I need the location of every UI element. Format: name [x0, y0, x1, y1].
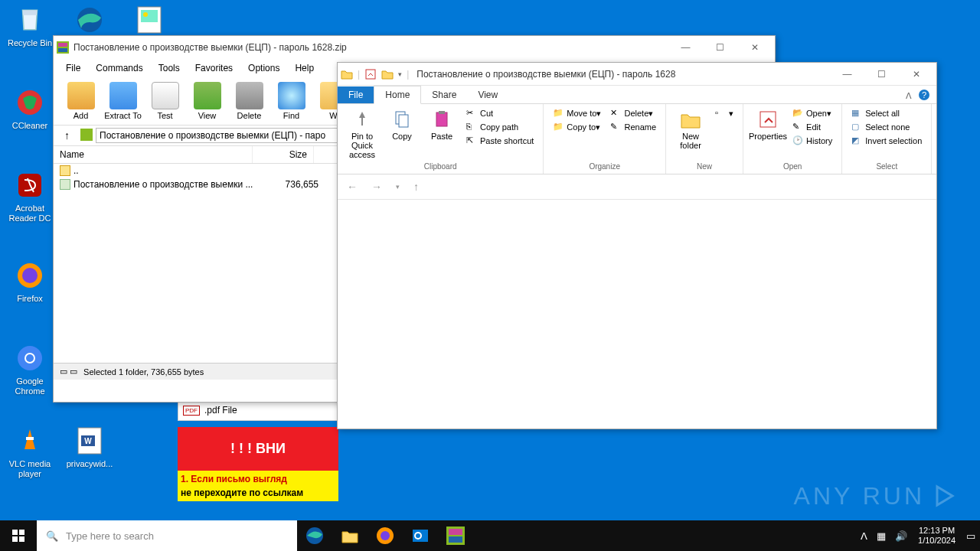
tab-view[interactable]: View [467, 86, 508, 103]
taskbar-explorer[interactable] [332, 520, 368, 551]
desktop-icon-acrobat[interactable]: Acrobat Reader DC [2, 170, 58, 223]
close-button[interactable]: ✕ [737, 37, 772, 59]
tab-home[interactable]: Home [374, 86, 421, 104]
desktop-icon-chrome[interactable]: Google Chrome [2, 343, 58, 396]
tab-file[interactable]: File [338, 86, 374, 103]
svg-point-36 [416, 533, 420, 538]
new-item-button[interactable]: ▫▾ [712, 107, 737, 119]
back-button[interactable]: ← [344, 179, 361, 194]
warning-line-1: 1. Если письмо выгляд [178, 471, 338, 487]
help-icon[interactable]: ? [918, 89, 930, 103]
tool-extract[interactable]: Extract To [102, 80, 144, 122]
chevron-down-icon[interactable]: ▾ [398, 70, 402, 78]
winrar-icon [57, 41, 69, 54]
desktop-icon-word-file[interactable]: W privacywid... [61, 425, 118, 469]
tool-test[interactable]: Test [144, 80, 186, 122]
rename-icon: ✎ [610, 122, 621, 132]
search-input[interactable]: 🔍 Type here to search [37, 520, 297, 551]
moveto-button[interactable]: 📁Move to ▾ [550, 107, 604, 119]
svg-rect-23 [399, 115, 408, 127]
open-icon: 📂 [792, 108, 803, 119]
menu-file[interactable]: File [58, 60, 88, 76]
svg-point-3 [22, 268, 38, 283]
delete-icon: ✕ [610, 108, 621, 119]
explorer-titlebar[interactable]: | ▾ | Постановление о производстве выемк… [338, 63, 936, 86]
desktop-icon-firefox[interactable]: Firefox [2, 260, 58, 304]
minimize-button[interactable]: — [668, 37, 703, 59]
winrar-titlebar[interactable]: Постановление о производстве выемки (ЕЦП… [54, 36, 775, 59]
tab-share[interactable]: Share [421, 86, 467, 103]
tool-add[interactable]: Add [60, 80, 102, 122]
tray-notifications-icon[interactable]: ▭ [962, 530, 980, 542]
maximize-button[interactable]: ☐ [864, 63, 899, 85]
col-size[interactable]: Size [253, 146, 314, 163]
folder-icon[interactable] [381, 68, 394, 80]
explorer-navbar: ← → ▾ ↑ [338, 174, 936, 200]
copy-button[interactable]: Copy [384, 107, 420, 142]
desktop-icon-vlc[interactable]: VLC media player [2, 425, 58, 479]
desktop-icon-ccleaner[interactable]: CCleaner [2, 87, 58, 131]
svg-rect-30 [19, 536, 24, 542]
invert-selection-button[interactable]: ◩Invert selection [848, 135, 925, 147]
attachment-pdf[interactable]: PDF .pdf File [178, 399, 338, 421]
recent-dropdown[interactable]: ▾ [393, 181, 403, 192]
menu-tools[interactable]: Tools [151, 60, 188, 76]
tool-view[interactable]: View [186, 80, 228, 122]
drive-icon: ▭ ▭ [60, 367, 77, 377]
svg-text:?: ? [922, 90, 926, 99]
delete-button[interactable]: ✕Delete ▾ [607, 107, 659, 119]
start-button[interactable] [0, 520, 37, 551]
svg-text:W: W [84, 437, 92, 445]
system-tray: ᐱ ▦ 🔊 12:13 PM 1/10/2024 ▭ [856, 526, 980, 546]
up-button[interactable]: ↑ [410, 179, 422, 194]
copypath-icon: ⎘ [466, 122, 477, 132]
select-none-button[interactable]: ▢Select none [848, 121, 925, 133]
edit-button[interactable]: ✎Edit [789, 121, 835, 133]
paste-button[interactable]: Paste [423, 107, 460, 142]
tray-volume-icon[interactable]: 🔊 [890, 530, 912, 542]
copypath-button[interactable]: ⎘Copy path [463, 121, 537, 133]
up-button[interactable]: ↑ [60, 128, 74, 143]
svg-rect-28 [19, 530, 24, 535]
invert-icon: ◩ [851, 135, 862, 146]
col-name[interactable]: Name [54, 146, 253, 163]
menu-help[interactable]: Help [287, 60, 322, 76]
properties-icon[interactable] [364, 68, 377, 80]
menu-options[interactable]: Options [240, 60, 287, 76]
tool-delete[interactable]: Delete [228, 80, 270, 122]
menu-commands[interactable]: Commands [88, 60, 150, 76]
tray-chevron-icon[interactable]: ᐱ [856, 530, 872, 542]
desktop-icon-image-file[interactable] [121, 5, 178, 38]
cut-button[interactable]: ✂Cut [463, 107, 537, 119]
svg-rect-38 [449, 529, 462, 535]
new-folder-button[interactable]: New folder [672, 107, 709, 152]
pin-quick-access-button[interactable]: Pin to Quick access [344, 107, 381, 161]
minimize-button[interactable]: — [830, 63, 864, 85]
tray-network-icon[interactable]: ▦ [872, 530, 890, 542]
tool-find[interactable]: Find [270, 80, 312, 122]
taskbar-firefox[interactable] [368, 520, 403, 551]
shortcut-icon: ⇱ [466, 135, 477, 146]
history-button[interactable]: 🕑History [789, 135, 835, 147]
select-all-button[interactable]: ▦Select all [848, 107, 925, 119]
paste-shortcut-button[interactable]: ⇱Paste shortcut [463, 135, 537, 147]
ribbon-tabs: File Home Share View ᐱ ? [338, 86, 936, 104]
svg-rect-18 [80, 129, 93, 141]
desktop-icon-edge[interactable] [61, 5, 118, 38]
taskbar-outlook[interactable] [403, 520, 438, 551]
desktop-icon-recycle-bin[interactable]: Recycle Bin [2, 5, 58, 48]
close-button[interactable]: ✕ [899, 63, 933, 85]
tray-clock[interactable]: 12:13 PM 1/10/2024 [912, 526, 962, 546]
rename-button[interactable]: ✎Rename [607, 121, 659, 133]
copyto-button[interactable]: 📁Copy to ▾ [550, 121, 604, 133]
svg-rect-27 [12, 530, 18, 535]
menu-favorites[interactable]: Favorites [188, 60, 240, 76]
maximize-button[interactable]: ☐ [703, 37, 737, 59]
collapse-ribbon-icon[interactable]: ᐱ [906, 91, 912, 101]
open-button[interactable]: 📂Open ▾ [789, 107, 835, 119]
taskbar-edge[interactable] [297, 520, 332, 551]
properties-button[interactable]: Properties [750, 107, 786, 142]
forward-button[interactable]: → [368, 179, 385, 194]
outlook-preview-fragment: PDF .pdf File ! ! ! ВНИ 1. Если письмо в… [178, 399, 338, 501]
taskbar-winrar[interactable] [438, 520, 473, 551]
